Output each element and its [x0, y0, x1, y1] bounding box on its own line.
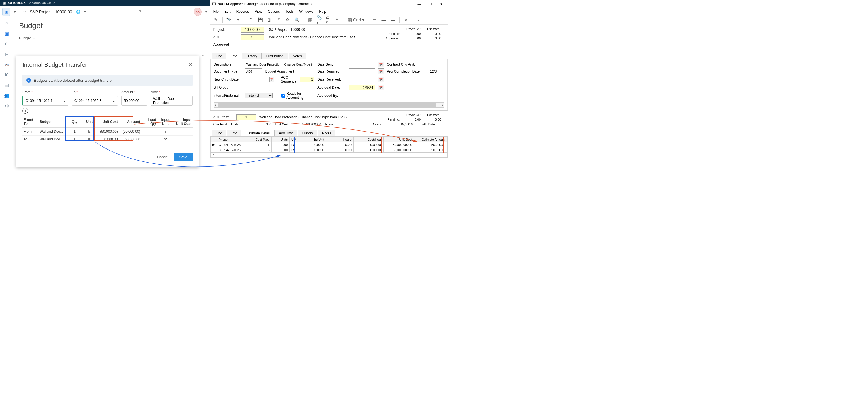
appby-input[interactable] — [349, 93, 444, 98]
delete-icon[interactable]: 🗑 — [267, 17, 273, 23]
new-icon[interactable]: 🗋 — [248, 17, 254, 23]
menu-file[interactable]: File — [213, 9, 219, 13]
save-button[interactable]: Save — [174, 152, 192, 162]
bill-input[interactable] — [245, 85, 265, 90]
menu-help[interactable]: Help — [319, 9, 326, 13]
edit-icon[interactable]: ✎ — [213, 17, 219, 23]
report-icon[interactable]: ▤ — [3, 82, 10, 89]
hscrollbar[interactable]: ‹ › — [214, 103, 444, 108]
close-icon[interactable]: ✕ — [188, 62, 192, 68]
module-icon[interactable]: ▣ — [2, 8, 10, 16]
aco-input[interactable] — [241, 34, 264, 40]
ready-checkbox[interactable]: Ready for Accounting — [281, 91, 314, 99]
tab-notes-b[interactable]: Notes — [318, 130, 335, 136]
from-select[interactable]: C1094-15-1026-1 -...⌄ — [23, 96, 68, 106]
back-icon[interactable]: ‹ — [416, 17, 422, 23]
ncd-input[interactable] — [245, 77, 268, 82]
binoculars-icon[interactable]: 👓 — [3, 61, 10, 68]
close-icon[interactable]: ✕ — [439, 2, 443, 6]
grid-row[interactable]: C1094-15-1026 3 1.000 LS 0.0000 0.00 0.0… — [210, 147, 447, 152]
maximize-icon[interactable]: ☐ — [428, 2, 433, 6]
tab-grid[interactable]: Grid — [212, 53, 227, 59]
tab-info[interactable]: Info — [227, 53, 242, 59]
menu-edit[interactable]: Edit — [224, 9, 230, 13]
globe-icon[interactable]: 🌐 — [76, 10, 81, 14]
home-icon[interactable]: ⌂ — [3, 20, 10, 26]
acoitem-input[interactable] — [236, 114, 256, 120]
view3-icon[interactable]: ▬ — [390, 17, 396, 23]
project-caret-icon[interactable]: ▼ — [83, 10, 87, 13]
menu-view[interactable]: View — [255, 9, 262, 13]
module-caret-icon[interactable]: ▼ — [13, 10, 17, 13]
tab-addl-info[interactable]: Add'l Info — [275, 130, 298, 136]
desc-input[interactable] — [245, 62, 314, 67]
module-icon-2[interactable]: ⊟ — [3, 51, 10, 58]
menu-tools[interactable]: Tools — [286, 9, 294, 13]
wand-icon[interactable]: ✦ — [236, 17, 241, 23]
help-icon[interactable]: ？ — [138, 9, 142, 14]
tab-notes[interactable]: Notes — [288, 53, 306, 59]
cancel-button[interactable]: Cancel — [157, 152, 168, 162]
project-name[interactable]: S&P Project - 10000-00 — [30, 9, 72, 14]
attach-icon[interactable]: 📎▾ — [316, 17, 322, 23]
menu-records[interactable]: Records — [236, 9, 249, 13]
estimate-detail-grid[interactable]: Phase Cost Type Units UM Hrs/Unit Hours … — [210, 137, 447, 158]
settings-icon[interactable]: ⚙ — [3, 103, 10, 109]
tab-grid-b[interactable]: Grid — [212, 130, 227, 136]
breadcrumb[interactable]: Budget⌄ — [19, 36, 205, 40]
tab-history[interactable]: History — [242, 53, 261, 59]
calendar-icon[interactable]: 📅 — [378, 85, 384, 90]
seq-input[interactable] — [300, 77, 314, 82]
budget-icon[interactable]: ▣ — [3, 30, 10, 37]
apps-icon[interactable]: ▦ — [307, 17, 313, 23]
avatar[interactable]: AA — [194, 8, 202, 16]
menu-windows[interactable]: Windows — [300, 9, 314, 13]
doctype-input[interactable] — [245, 68, 262, 74]
members-icon[interactable]: 👥 — [3, 92, 10, 99]
back-icon[interactable]: ↩ — [23, 10, 26, 14]
tab-estimate-detail[interactable]: Estimate Detail — [242, 130, 274, 136]
calendar-icon[interactable]: 📅 — [378, 77, 384, 82]
datesent-label: Date Sent: — [317, 62, 346, 66]
project-input[interactable] — [241, 27, 264, 32]
save-icon[interactable]: 💾 — [257, 17, 263, 23]
ie-select[interactable]: I-Internal — [245, 93, 273, 98]
window-titlebar: 🗔 200 PM Approved Change Orders for AnyC… — [210, 0, 447, 8]
grid-button[interactable]: ▦ Grid ▾ — [348, 17, 365, 23]
menu-options[interactable]: Options — [268, 9, 280, 13]
add-row-icon[interactable]: + — [23, 108, 28, 114]
info-icon: i — [26, 78, 31, 83]
refresh-icon[interactable]: ⟳ — [285, 17, 291, 23]
to-select[interactable]: C1094-15-1026-3 -...⌄ — [72, 96, 118, 106]
calendar-icon[interactable]: 📅 — [378, 68, 384, 74]
print-icon[interactable]: 🖶▾ — [326, 17, 331, 23]
grid-row[interactable]: ▶ C1094-15-1026 1 1.000 LS 0.0000 0.00 0… — [210, 142, 447, 147]
th-budget: Budget — [38, 116, 67, 128]
document-icon[interactable]: 🗎 — [3, 72, 10, 78]
spell-icon[interactable]: ᴬᴮ — [335, 17, 341, 23]
daterec-input[interactable] — [349, 77, 375, 82]
amount-input[interactable]: 50,000.00 — [121, 96, 147, 106]
note-input[interactable]: Wall and Door Protection — [151, 96, 192, 106]
calendar-icon[interactable]: 📅 — [378, 62, 384, 67]
app-icon: 🗔 — [212, 2, 216, 6]
tab-history-b[interactable]: History — [298, 130, 317, 136]
module-icon-1[interactable]: ⊕ — [3, 40, 10, 47]
avatar-caret-icon[interactable]: ▼ — [205, 10, 208, 13]
more-icon[interactable]: « — [403, 17, 409, 23]
undo-icon[interactable]: ↶ — [276, 17, 282, 23]
datereq-input[interactable] — [349, 68, 375, 74]
view1-icon[interactable]: ▭ — [372, 17, 377, 23]
datesent-input[interactable] — [349, 62, 375, 67]
find-icon[interactable]: 🔭 — [226, 17, 232, 23]
tab-distribution[interactable]: Distribution — [262, 53, 288, 59]
info-form: Description: Date Sent: 📅 Contract Chg A… — [210, 59, 447, 110]
grid-row-new[interactable]: * — [210, 152, 447, 158]
appdate-input[interactable] — [349, 85, 375, 90]
tab-info-b[interactable]: Info — [227, 130, 242, 136]
view2-icon[interactable]: ▬ — [381, 17, 386, 23]
search-icon[interactable]: 🔍 — [294, 17, 300, 23]
calendar-icon[interactable]: 📅 — [269, 77, 274, 82]
th-unit: Unit — [82, 116, 97, 128]
minimize-icon[interactable]: — — [417, 2, 422, 6]
